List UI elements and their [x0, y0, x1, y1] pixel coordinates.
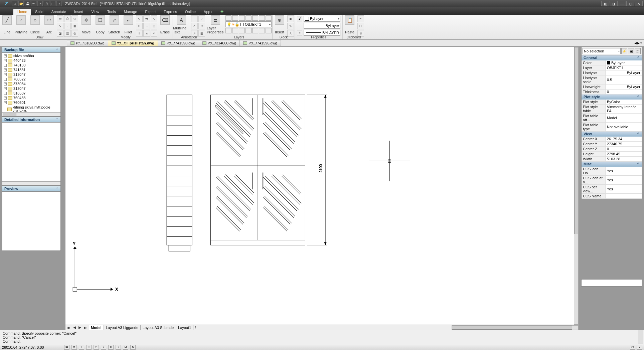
property-row[interactable]: Thickness0 — [582, 90, 642, 95]
property-value[interactable]: OBJEKT1 — [606, 65, 642, 70]
layer-tool3-icon[interactable] — [239, 15, 245, 21]
copy-button[interactable]: ❐Copy — [93, 15, 107, 35]
tab-next-icon[interactable]: ▶ — [637, 41, 640, 45]
property-row[interactable]: Height2798.45 — [582, 152, 642, 157]
property-row[interactable]: UCS icon OnYes — [582, 167, 642, 176]
clean-screen-icon[interactable]: ▢ — [630, 345, 635, 350]
layout-tab[interactable]: Layout A3 Liggande — [104, 325, 141, 330]
qat-new-icon[interactable]: □ — [12, 1, 17, 6]
doc-tab[interactable]: P:\...\314000.dwg — [199, 40, 240, 46]
collapse-icon[interactable]: ⌃ — [56, 187, 58, 190]
property-value[interactable]: Yes — [606, 167, 642, 175]
draw-hatch-icon[interactable]: ▦ — [71, 23, 78, 29]
tab-tools[interactable]: Tools — [103, 9, 120, 15]
property-value[interactable]: 5103.28 — [606, 157, 642, 161]
dim-radius-icon[interactable]: R — [198, 23, 205, 29]
polar-toggle[interactable]: ✶ — [86, 345, 92, 350]
dim-linear-icon[interactable]: ↔ — [191, 15, 198, 22]
tab-online[interactable]: Online — [181, 9, 200, 15]
property-row[interactable]: Plot table typeNot available — [582, 123, 642, 132]
tree-item[interactable]: +373034 — [3, 81, 60, 86]
tab-add[interactable]: ✚ — [216, 8, 227, 15]
insert-button[interactable]: ⊕Insert — [273, 15, 287, 35]
select-objects-icon[interactable]: ▣ — [628, 48, 634, 54]
tab-annotate[interactable]: Annotate — [47, 9, 70, 15]
property-value[interactable]: Model — [606, 114, 642, 122]
tab-app[interactable]: App+ — [200, 9, 216, 15]
backup-tree[interactable]: +skiva amöba +440426 +743130 +741581 +31… — [2, 53, 60, 112]
scale-icon[interactable]: ⤡ — [151, 15, 157, 22]
collapse-icon[interactable]: ⌃ — [637, 132, 640, 136]
circle-button[interactable]: ○Circle — [28, 15, 42, 35]
color-combo[interactable]: ByLayer — [304, 16, 340, 22]
layer-match-icon[interactable] — [252, 28, 258, 33]
draw-point-icon[interactable]: · — [64, 23, 71, 29]
doc-tab[interactable]: P:\...\741596.dwg — [239, 40, 281, 46]
layer-tool5-icon[interactable] — [252, 15, 258, 21]
layer-tool7-icon[interactable] — [266, 15, 272, 21]
qat-save-icon[interactable]: 💾 — [25, 1, 30, 6]
property-row[interactable]: UCS per view...Yes — [582, 185, 642, 194]
layer-iso-icon[interactable] — [225, 28, 231, 33]
command-prompt[interactable]: Command: — [3, 339, 641, 343]
tree-item[interactable]: +Ritning skiva nytt podie 2015-10- — [3, 105, 60, 112]
doc-tab[interactable]: P:\...\741590.dwg — [158, 40, 199, 46]
polyline-button[interactable]: ⟋Polyline — [14, 15, 28, 35]
property-row[interactable]: Center X26175.34 — [582, 137, 642, 142]
layer-tool2-icon[interactable] — [232, 15, 238, 21]
tab-manage[interactable]: Manage — [120, 9, 141, 15]
tree-item[interactable]: +316507 — [3, 91, 60, 96]
tree-item[interactable]: +760433 — [3, 96, 60, 100]
qat-open-icon[interactable]: 📂 — [18, 1, 24, 6]
maximize-button[interactable]: ▢ — [626, 1, 634, 6]
tab-view[interactable]: View — [87, 9, 103, 15]
layout-tab[interactable]: Layout1 — [176, 325, 193, 330]
layout-prev-icon[interactable]: ◀ — [72, 325, 77, 330]
tab-insert[interactable]: Insert — [70, 9, 88, 15]
command-vscroll[interactable] — [638, 330, 643, 344]
tab-express[interactable]: Express — [160, 9, 181, 15]
array-icon[interactable]: ⊞ — [151, 23, 157, 29]
layer-walk-icon[interactable] — [266, 28, 272, 33]
lineweight-combo[interactable]: BYLAYER — [304, 30, 340, 36]
collapse-icon[interactable]: ⌃ — [637, 162, 640, 166]
tab-solid[interactable]: Solid — [31, 9, 47, 15]
property-value[interactable]: Yes — [606, 176, 642, 184]
layer-prev-icon[interactable] — [259, 28, 265, 33]
cycle-toggle[interactable]: ↻ — [130, 345, 136, 350]
tree-hscroll[interactable] — [2, 112, 60, 116]
layout-first-icon[interactable]: ⏮ — [65, 326, 72, 330]
property-value[interactable] — [606, 194, 642, 198]
ortho-toggle[interactable]: ⊥ — [79, 345, 84, 350]
property-row[interactable]: LayerOBJEKT1 — [582, 65, 642, 70]
draw-poly-icon[interactable]: ⬠ — [64, 15, 71, 22]
property-row[interactable]: UCS icon at o...Yes — [582, 176, 642, 185]
property-row[interactable]: Center Z0 — [582, 147, 642, 152]
property-value[interactable]: 0.5 — [606, 75, 642, 84]
dyn-toggle[interactable]: + — [116, 345, 121, 350]
command-line[interactable]: Command: Specify opposite corner: *Cance… — [0, 330, 644, 344]
tree-item[interactable]: +741581 — [3, 67, 60, 72]
tree-item[interactable]: +743130 — [3, 63, 60, 67]
property-row[interactable]: LineweightByLayer — [582, 84, 642, 90]
dim-angular-icon[interactable]: ∠ — [191, 23, 198, 29]
mtext-button[interactable]: AMultiline Text — [172, 15, 190, 35]
collapse-icon[interactable]: ⌃ — [637, 56, 640, 60]
list-icon[interactable]: ≡ — [297, 30, 302, 35]
property-value[interactable]: 27346.75 — [606, 142, 642, 146]
erase-button[interactable]: ⌫Erase — [158, 15, 172, 35]
tree-item[interactable]: +760522 — [3, 77, 60, 81]
snap-toggle[interactable]: ▦ — [64, 345, 69, 350]
layer-tool4-icon[interactable] — [246, 15, 252, 21]
trim-icon[interactable]: ✂ — [136, 23, 143, 29]
property-value[interactable]: 0 — [606, 90, 642, 94]
qat-help-icon[interactable]: ? — [56, 1, 62, 6]
property-value[interactable]: ByColor — [606, 100, 642, 104]
block-create-icon[interactable]: ▣ — [287, 15, 294, 22]
tab-prev-icon[interactable]: ◀ — [634, 41, 637, 45]
arc-button[interactable]: ◠Arc — [42, 15, 56, 35]
property-value[interactable]: ByLayer — [606, 60, 642, 65]
layout-tab-model[interactable]: Model — [89, 325, 104, 330]
collapse-icon[interactable]: ⌃ — [56, 118, 58, 121]
lwt-toggle[interactable]: ≡ — [108, 345, 114, 350]
